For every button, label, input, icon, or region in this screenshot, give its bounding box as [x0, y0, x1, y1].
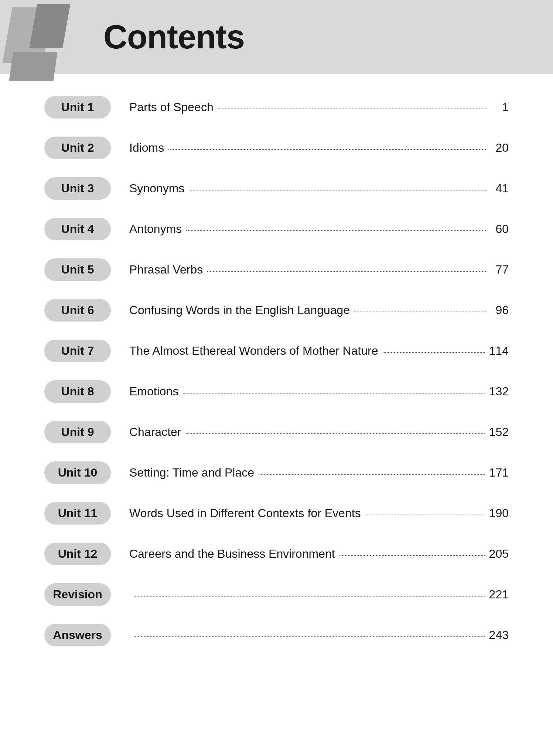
toc-page: 205 [489, 547, 509, 561]
toc-dots [354, 312, 486, 312]
unit-badge: Unit 9 [44, 421, 111, 443]
toc-entry: Phrasal Verbs77 [129, 263, 509, 276]
toc-page: 221 [489, 588, 509, 601]
toc-entry: Setting: Time and Place171 [129, 466, 509, 480]
toc-row: Answers243 [44, 620, 509, 650]
toc-page: 190 [489, 506, 509, 520]
toc-entry: 221 [129, 588, 509, 601]
toc-page: 96 [490, 303, 509, 317]
toc-title: Antonyms [129, 222, 182, 236]
toc-title: Character [129, 425, 181, 439]
unit-badge: Unit 6 [44, 299, 111, 322]
toc-row: Unit 6Confusing Words in the English Lan… [44, 295, 509, 325]
toc-entry: The Almost Ethereal Wonders of Mother Na… [129, 344, 509, 358]
toc-content: Unit 1Parts of Speech1Unit 2Idioms20Unit… [0, 74, 553, 690]
toc-page: 114 [489, 344, 509, 358]
unit-badge: Unit 8 [44, 380, 111, 403]
toc-page: 1 [490, 100, 509, 114]
toc-entry: Antonyms60 [129, 222, 509, 236]
unit-badge: Unit 3 [44, 177, 111, 200]
toc-title: Phrasal Verbs [129, 263, 203, 276]
toc-row: Unit 7The Almost Ethereal Wonders of Mot… [44, 336, 509, 365]
toc-dots [218, 109, 486, 109]
toc-title: Parts of Speech [129, 100, 214, 114]
toc-row: Unit 11Words Used in Different Contexts … [44, 498, 509, 528]
toc-row: Unit 4Antonyms60 [44, 214, 509, 244]
toc-dots [189, 190, 486, 190]
toc-dots [207, 271, 486, 272]
toc-row: Revision221 [44, 580, 509, 609]
unit-badge: Unit 10 [44, 461, 111, 484]
toc-entry: Careers and the Business Environment205 [129, 547, 509, 561]
toc-page: 60 [490, 222, 509, 236]
unit-badge: Revision [44, 583, 111, 606]
toc-title: Setting: Time and Place [129, 466, 254, 480]
toc-dots [186, 433, 485, 434]
toc-row: Unit 8Emotions132 [44, 377, 509, 406]
toc-entry: Idioms20 [129, 141, 509, 155]
unit-badge: Unit 11 [44, 502, 111, 525]
toc-page: 77 [490, 263, 509, 276]
toc-dots [168, 149, 486, 150]
toc-dots [259, 474, 485, 475]
page-header: Contents [0, 0, 553, 74]
unit-badge: Unit 2 [44, 137, 111, 159]
toc-title: Emotions [129, 385, 178, 398]
toc-page: 171 [489, 466, 509, 480]
unit-badge: Unit 12 [44, 543, 111, 565]
toc-row: Unit 2Idioms20 [44, 133, 509, 162]
toc-title: The Almost Ethereal Wonders of Mother Na… [129, 344, 378, 358]
toc-row: Unit 12Careers and the Business Environm… [44, 539, 509, 568]
toc-page: 20 [490, 141, 509, 155]
toc-entry: Character152 [129, 425, 509, 439]
unit-badge: Unit 4 [44, 218, 111, 240]
toc-title: Idioms [129, 141, 164, 155]
toc-dots [186, 230, 486, 231]
toc-dots [183, 393, 484, 394]
toc-page: 243 [489, 628, 509, 642]
toc-dots [383, 352, 485, 353]
toc-row: Unit 10Setting: Time and Place171 [44, 458, 509, 487]
toc-entry: Words Used in Different Contexts for Eve… [129, 506, 509, 520]
toc-row: Unit 5Phrasal Verbs77 [44, 255, 509, 284]
unit-badge: Answers [44, 624, 111, 646]
toc-entry: 243 [129, 628, 509, 642]
unit-badge: Unit 5 [44, 258, 111, 281]
toc-page: 152 [489, 425, 509, 439]
toc-row: Unit 3Synonyms41 [44, 173, 509, 203]
page-title: Contents [103, 18, 245, 56]
unit-badge: Unit 1 [44, 96, 111, 118]
toc-row: Unit 1Parts of Speech1 [44, 92, 509, 122]
toc-dots [365, 515, 485, 515]
toc-entry: Confusing Words in the English Language9… [129, 303, 509, 317]
unit-badge: Unit 7 [44, 340, 111, 362]
toc-entry: Emotions132 [129, 385, 509, 398]
toc-row: Unit 9Character152 [44, 417, 509, 447]
toc-title: Careers and the Business Environment [129, 547, 335, 561]
toc-dots [339, 555, 485, 556]
toc-title: Words Used in Different Contexts for Eve… [129, 506, 361, 520]
toc-page: 41 [490, 182, 509, 195]
deco-shape-3 [9, 52, 57, 81]
toc-dots [134, 636, 485, 637]
toc-entry: Parts of Speech1 [129, 100, 509, 114]
toc-title: Synonyms [129, 182, 184, 195]
toc-title: Confusing Words in the English Language [129, 303, 350, 317]
header-decoration [0, 0, 96, 81]
toc-entry: Synonyms41 [129, 182, 509, 195]
toc-dots [134, 596, 485, 597]
toc-page: 132 [489, 385, 509, 398]
